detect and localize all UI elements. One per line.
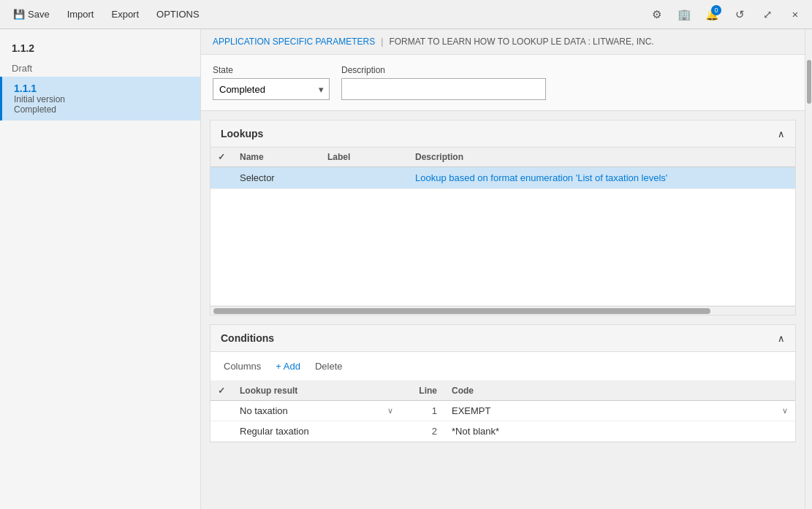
cond-row-1-line: 2 bbox=[401, 421, 444, 442]
state-field: State Completed Draft Shared bbox=[213, 65, 330, 100]
breadcrumb-part2: FORMAT TO LEARN HOW TO LOOKUP LE DATA : … bbox=[389, 37, 653, 47]
conditions-panel: Conditions ∧ Columns + Add Delete ✓ bbox=[210, 324, 796, 443]
sidebar-item-subtitle: Initial version bbox=[14, 94, 189, 104]
sidebar-draft: Draft bbox=[0, 60, 200, 77]
add-button[interactable]: + Add bbox=[273, 359, 303, 373]
row-label bbox=[320, 167, 408, 189]
settings-icon-btn[interactable]: ⚙ bbox=[645, 4, 667, 26]
cond-check-icon: ✓ bbox=[218, 386, 225, 396]
sidebar-item-title: 1.1.1 bbox=[14, 83, 189, 94]
description-field: Description bbox=[341, 65, 546, 100]
conditions-panel-header[interactable]: Conditions ∧ bbox=[210, 325, 795, 352]
h-scrollbar[interactable] bbox=[210, 306, 795, 315]
code-text-1: *Not blank* bbox=[452, 426, 499, 437]
header-check-icon: ✓ bbox=[218, 152, 225, 162]
save-icon: 💾 bbox=[13, 9, 25, 20]
cond-row-1-check bbox=[210, 421, 232, 442]
cond-row-1-code: *Not blank* bbox=[444, 421, 795, 442]
options-button[interactable]: OPTIONS bbox=[149, 6, 207, 23]
sidebar: 1.1.2 Draft 1.1.1 Initial version Comple… bbox=[0, 29, 201, 509]
v-scrollbar[interactable] bbox=[805, 29, 812, 509]
row-desc: Lookup based on format enumeration 'List… bbox=[408, 167, 795, 189]
table-row-empty bbox=[210, 189, 795, 306]
lookups-table: ✓ Name Label Description S bbox=[210, 148, 795, 306]
description-input[interactable] bbox=[341, 78, 546, 100]
notification-badge: 0 bbox=[711, 5, 721, 15]
breadcrumb-part1[interactable]: APPLICATION SPECIFIC PARAMETERS bbox=[213, 37, 375, 47]
import-button[interactable]: Import bbox=[60, 6, 102, 23]
cond-col-lookup[interactable]: Lookup result bbox=[232, 381, 401, 401]
col-label-header[interactable]: Label bbox=[320, 148, 408, 167]
main-layout: 1.1.2 Draft 1.1.1 Initial version Comple… bbox=[0, 29, 812, 509]
lookups-collapse-icon[interactable]: ∧ bbox=[778, 129, 785, 139]
notification-btn[interactable]: 🔔 0 bbox=[701, 4, 723, 26]
cond-row-1[interactable]: Regular taxation 2 *Not blank* bbox=[210, 421, 795, 442]
state-select-wrapper: Completed Draft Shared bbox=[213, 78, 330, 100]
conditions-panel-body: Columns + Add Delete ✓ Lookup result Lin… bbox=[210, 352, 795, 442]
lookups-panel-body: ✓ Name Label Description S bbox=[210, 148, 795, 315]
sidebar-item-1-1-1[interactable]: 1.1.1 Initial version Completed bbox=[0, 77, 200, 120]
row-name: Selector bbox=[232, 167, 320, 189]
lookup-result-text-1: Regular taxation bbox=[240, 426, 309, 437]
lookup-result-text-0: No taxation bbox=[240, 405, 288, 416]
lookups-panel: Lookups ∧ ✓ Name Label bbox=[210, 120, 796, 315]
lookup-cell-0: No taxation ∨ bbox=[240, 405, 393, 416]
breadcrumb: APPLICATION SPECIFIC PARAMETERS | FORMAT… bbox=[201, 29, 805, 55]
conditions-panel-title: Conditions bbox=[221, 332, 274, 344]
sidebar-version: 1.1.2 bbox=[0, 37, 200, 60]
col-desc-header[interactable]: Description bbox=[408, 148, 795, 167]
conditions-header-row: ✓ Lookup result Line Code bbox=[210, 381, 795, 401]
lookups-table-scroll: ✓ Name Label Description S bbox=[210, 148, 795, 306]
cond-col-line[interactable]: Line bbox=[401, 381, 444, 401]
description-label: Description bbox=[341, 65, 546, 75]
code-cell-0: EXEMPT ∨ bbox=[452, 405, 788, 416]
cond-row-0-lookup: No taxation ∨ bbox=[232, 401, 401, 421]
cond-row-0-check bbox=[210, 401, 232, 421]
col-check-header: ✓ bbox=[210, 148, 232, 167]
cond-row-0-line: 1 bbox=[401, 401, 444, 421]
lookup-chevron-0[interactable]: ∨ bbox=[387, 406, 393, 416]
content-area: APPLICATION SPECIFIC PARAMETERS | FORMAT… bbox=[201, 29, 812, 509]
form-row: State Completed Draft Shared Description bbox=[213, 65, 793, 100]
table-row[interactable]: Selector Lookup based on format enumerat… bbox=[210, 167, 795, 189]
cond-col-check: ✓ bbox=[210, 381, 232, 401]
toolbar: 💾 Save Import Export OPTIONS ⚙ 🏢 🔔 0 ↺ ⤢… bbox=[0, 0, 812, 29]
breadcrumb-sep: | bbox=[381, 37, 383, 47]
cond-row-1-lookup: Regular taxation bbox=[232, 421, 401, 442]
code-chevron-0[interactable]: ∨ bbox=[782, 406, 788, 416]
state-select[interactable]: Completed Draft Shared bbox=[213, 78, 330, 100]
conditions-toolbar: Columns + Add Delete bbox=[210, 352, 795, 381]
content-scroll: APPLICATION SPECIFIC PARAMETERS | FORMAT… bbox=[201, 29, 805, 509]
v-scroll-thumb bbox=[807, 60, 811, 104]
refresh-btn[interactable]: ↺ bbox=[729, 4, 751, 26]
office-icon-btn[interactable]: 🏢 bbox=[673, 4, 695, 26]
export-button[interactable]: Export bbox=[104, 6, 146, 23]
toolbar-right: ⚙ 🏢 🔔 0 ↺ ⤢ × bbox=[645, 4, 806, 26]
form-area: State Completed Draft Shared Description bbox=[201, 55, 805, 111]
code-text-0: EXEMPT bbox=[452, 405, 490, 416]
cond-col-code[interactable]: Code bbox=[444, 381, 795, 401]
save-button[interactable]: 💾 Save bbox=[6, 6, 57, 23]
col-name-header[interactable]: Name bbox=[232, 148, 320, 167]
row-desc-text: Lookup based on format enumeration 'List… bbox=[415, 172, 667, 183]
delete-button[interactable]: Delete bbox=[312, 359, 346, 373]
lookups-panel-header[interactable]: Lookups ∧ bbox=[210, 120, 795, 148]
columns-button[interactable]: Columns bbox=[221, 359, 264, 373]
sidebar-item-status: Completed bbox=[14, 104, 189, 115]
close-btn[interactable]: × bbox=[784, 4, 806, 26]
popout-btn[interactable]: ⤢ bbox=[756, 4, 778, 26]
lookups-header-row: ✓ Name Label Description bbox=[210, 148, 795, 167]
conditions-table: ✓ Lookup result Line Code bbox=[210, 381, 795, 442]
h-scrollbar-thumb bbox=[213, 308, 710, 314]
conditions-collapse-icon[interactable]: ∧ bbox=[778, 333, 785, 344]
cond-row-0-code: EXEMPT ∨ bbox=[444, 401, 795, 421]
row-check bbox=[210, 167, 232, 189]
state-label: State bbox=[213, 65, 330, 75]
lookups-panel-title: Lookups bbox=[221, 128, 263, 139]
cond-row-0[interactable]: No taxation ∨ 1 EXEMPT ∨ bbox=[210, 401, 795, 421]
